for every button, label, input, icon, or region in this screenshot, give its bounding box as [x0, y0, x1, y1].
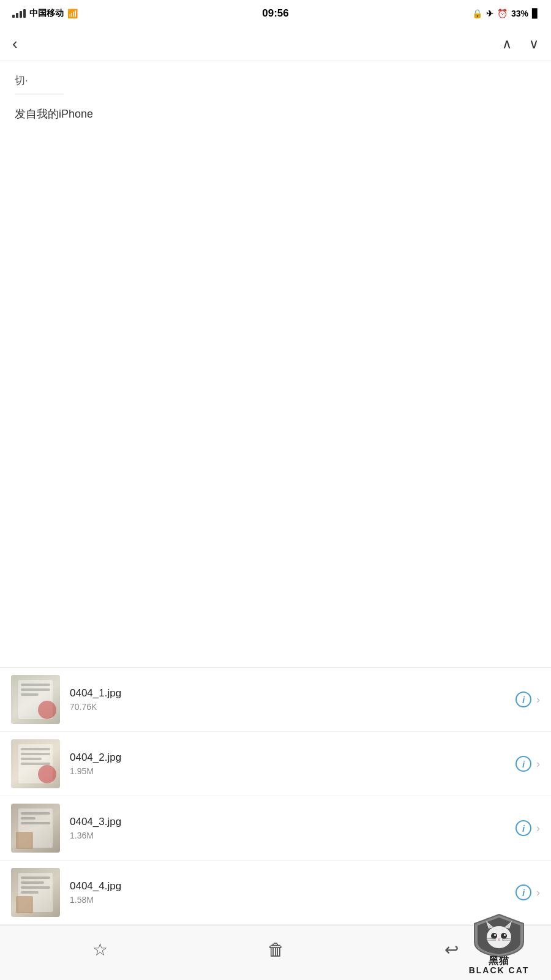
- email-truncated-text: 切·: [15, 74, 536, 88]
- chevron-right-2: ›: [536, 758, 540, 771]
- attachment-item-3[interactable]: 0404_3.jpg 1.36M i ›: [0, 796, 551, 861]
- id-photo-decoration: [16, 896, 33, 913]
- tab-bar: ☆ 🗑 ↩: [0, 925, 551, 980]
- info-icon-1[interactable]: i: [515, 692, 531, 707]
- thumb-line: [21, 688, 50, 691]
- trash-button[interactable]: 🗑: [268, 940, 285, 960]
- email-divider: [15, 94, 64, 94]
- status-right: 🔒 ✈ ⏰ 33% ▊: [276, 9, 539, 18]
- status-bar: 中国移动 📶 09:56 🔒 ✈ ⏰ 33% ▊: [0, 0, 551, 27]
- wifi-icon: 📶: [67, 9, 78, 18]
- stamp-decoration: [38, 701, 56, 719]
- thumb-line: [21, 817, 36, 820]
- svg-point-5: [491, 933, 497, 939]
- attachment-info-1: 0404_1.jpg 70.76K: [70, 687, 515, 712]
- up-arrow-button[interactable]: ∧: [502, 36, 512, 52]
- black-cat-watermark: 黑猫 BLACK CAT: [447, 907, 551, 980]
- svg-point-0: [487, 926, 511, 948]
- attachment-size-1: 70.76K: [70, 702, 515, 712]
- battery-label: 33%: [511, 9, 528, 18]
- lock-icon: 🔒: [472, 9, 482, 18]
- thumb-line: [21, 886, 50, 889]
- svg-point-8: [504, 934, 506, 936]
- info-icon-4[interactable]: i: [515, 884, 531, 900]
- back-button[interactable]: ‹: [12, 34, 18, 53]
- thumb-line: [21, 693, 39, 696]
- chevron-right-3: ›: [536, 822, 540, 835]
- status-left: 中国移动 📶: [12, 8, 276, 19]
- svg-point-7: [494, 934, 496, 936]
- attachment-name-3: 0404_3.jpg: [70, 816, 515, 828]
- attachment-actions-1: i ›: [515, 692, 540, 707]
- signal-bars: [12, 9, 26, 18]
- attachment-actions-4: i ›: [515, 884, 540, 900]
- signal-bar-1: [12, 15, 15, 18]
- attachment-size-3: 1.36M: [70, 831, 515, 840]
- attachment-item-1[interactable]: 0404_1.jpg 70.76K i ›: [0, 668, 551, 732]
- attachment-item-2[interactable]: 0404_2.jpg 1.95M i ›: [0, 732, 551, 796]
- location-icon: ✈: [486, 9, 493, 18]
- thumb-line: [21, 891, 39, 894]
- thumb-line: [21, 881, 44, 884]
- thumb-line: [21, 822, 50, 824]
- attachments-section: 0404_1.jpg 70.76K i › 0404_2.jpg 1.95M i…: [0, 667, 551, 925]
- chevron-right-1: ›: [536, 693, 540, 706]
- thumb-line: [21, 758, 42, 760]
- carrier-label: 中国移动: [29, 8, 64, 19]
- nav-arrows: ∧ ∨: [502, 36, 539, 52]
- down-arrow-button[interactable]: ∨: [529, 36, 539, 52]
- thumb-line: [21, 876, 50, 879]
- attachment-info-4: 0404_4.jpg 1.58M: [70, 880, 515, 905]
- info-icon-3[interactable]: i: [515, 820, 531, 836]
- black-cat-en-text: BLACK CAT: [469, 965, 530, 975]
- attachment-thumb-4: [11, 868, 60, 917]
- attachment-thumb-3: [11, 804, 60, 853]
- attachment-actions-2: i ›: [515, 756, 540, 772]
- thumb-line: [21, 812, 50, 815]
- attachment-size-2: 1.95M: [70, 766, 515, 776]
- signal-bar-3: [20, 11, 22, 18]
- email-signature: 发自我的iPhone: [15, 107, 536, 121]
- thumb-line: [21, 753, 50, 755]
- attachment-thumb-2: [11, 739, 60, 788]
- signal-bar-2: [16, 13, 18, 18]
- attachment-name-2: 0404_2.jpg: [70, 752, 515, 764]
- attachment-thumb-1: [11, 675, 60, 724]
- attachment-info-2: 0404_2.jpg 1.95M: [70, 752, 515, 776]
- info-icon-2[interactable]: i: [515, 756, 531, 772]
- chevron-right-4: ›: [536, 886, 540, 899]
- status-time: 09:56: [262, 7, 288, 20]
- black-cat-logo-svg: [471, 911, 527, 957]
- thumb-line: [21, 748, 50, 750]
- svg-point-6: [501, 933, 507, 939]
- attachment-size-4: 1.58M: [70, 895, 515, 905]
- nav-bar: ‹ ∧ ∨: [0, 27, 551, 61]
- battery-icon: ▊: [532, 9, 539, 18]
- signal-bar-4: [23, 9, 26, 18]
- attachment-name-1: 0404_1.jpg: [70, 687, 515, 699]
- stamp-decoration: [38, 765, 56, 783]
- id-photo-decoration: [16, 832, 33, 849]
- thumb-line: [21, 684, 50, 686]
- alarm-icon: ⏰: [497, 9, 508, 18]
- email-body: 切· 发自我的iPhone: [0, 61, 551, 121]
- attachment-name-4: 0404_4.jpg: [70, 880, 515, 892]
- attachment-info-3: 0404_3.jpg 1.36M: [70, 816, 515, 840]
- star-button[interactable]: ☆: [92, 940, 108, 960]
- attachment-actions-3: i ›: [515, 820, 540, 836]
